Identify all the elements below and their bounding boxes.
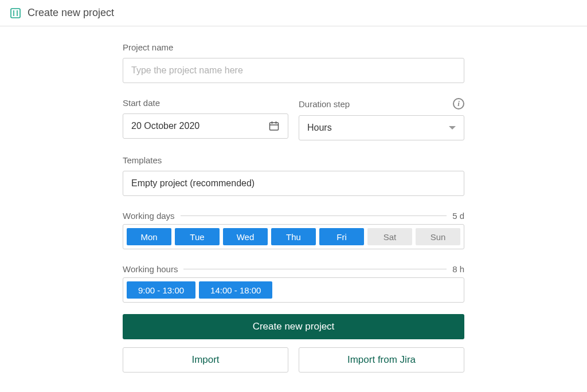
project-icon <box>10 8 21 18</box>
page-header: Create new project <box>0 0 587 26</box>
day-chip-tue[interactable]: Tue <box>175 228 220 245</box>
working-hours-label: Working hours <box>123 264 178 274</box>
hour-range-chip[interactable]: 14:00 - 18:00 <box>199 281 272 299</box>
create-project-form: Project name Start date 20 October 2020 <box>123 42 464 373</box>
working-hours-container: 9:00 - 13:0014:00 - 18:00 <box>123 277 464 303</box>
working-days-container: MonTueWedThuFriSatSun <box>123 224 464 249</box>
start-date-label: Start date <box>123 98 160 108</box>
hour-range-chip[interactable]: 9:00 - 13:00 <box>127 281 195 299</box>
import-jira-button[interactable]: Import from Jira <box>299 347 464 373</box>
day-chip-sat[interactable]: Sat <box>367 228 412 245</box>
info-icon[interactable]: i <box>453 98 464 109</box>
day-chip-sun[interactable]: Sun <box>416 228 460 245</box>
svg-rect-3 <box>270 123 279 130</box>
import-button[interactable]: Import <box>123 347 288 373</box>
divider <box>181 215 447 216</box>
day-chip-fri[interactable]: Fri <box>319 228 364 245</box>
start-date-input[interactable]: 20 October 2020 <box>123 113 288 139</box>
project-name-label: Project name <box>123 42 464 52</box>
project-name-input[interactable] <box>123 58 464 83</box>
create-project-button[interactable]: Create new project <box>123 314 464 339</box>
day-chip-wed[interactable]: Wed <box>223 228 268 245</box>
svg-rect-0 <box>11 9 20 18</box>
templates-select[interactable]: Empty project (recommended) <box>123 171 464 196</box>
working-days-label: Working days <box>123 211 175 221</box>
duration-step-value: Hours <box>307 123 332 133</box>
duration-step-select[interactable]: Hours <box>299 115 464 140</box>
start-date-value: 20 October 2020 <box>131 121 199 131</box>
working-hours-summary: 8 h <box>452 264 464 274</box>
working-days-summary: 5 d <box>452 211 464 221</box>
chevron-down-icon <box>449 126 456 130</box>
templates-value: Empty project (recommended) <box>131 178 255 189</box>
duration-step-label: Duration step <box>299 99 350 109</box>
page-title: Create new project <box>28 7 114 19</box>
divider <box>183 269 447 269</box>
day-chip-mon[interactable]: Mon <box>127 228 171 245</box>
templates-label: Templates <box>123 155 464 165</box>
calendar-icon <box>268 120 280 132</box>
day-chip-thu[interactable]: Thu <box>271 228 316 245</box>
